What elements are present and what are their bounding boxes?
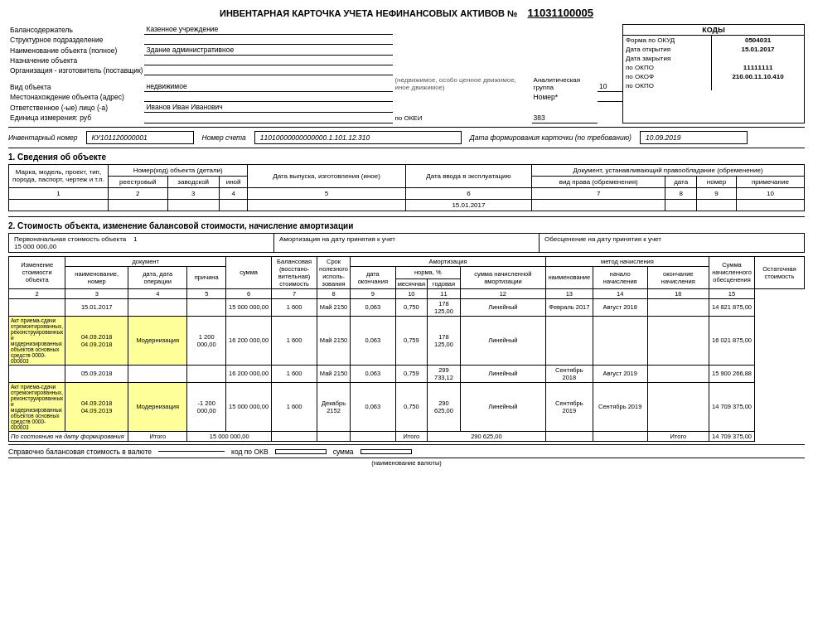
inv-label: Инвентарный номер: [8, 133, 78, 142]
table-cell: Акт приема-сдачи отремонтированных, реко…: [9, 382, 65, 431]
s2-itogo-summa-value: 15 000 000,00: [187, 431, 272, 441]
s1-num-1: 1: [9, 187, 109, 199]
codes-header: КОДЫ: [623, 25, 804, 36]
table-cell: 0,759: [395, 365, 427, 382]
table-cell: Акт приема-сдачи отремонтированных, реко…: [9, 316, 65, 365]
date-value: 10.09.2019: [640, 131, 748, 144]
s1-col2-header: Номер(код) объекта (детали): [109, 164, 248, 176]
table-cell: Август 2019: [593, 365, 647, 382]
s2-itogo-empty2: [317, 431, 351, 441]
initial-obesc-label: Обесценение на дату принятия к учет: [544, 235, 799, 243]
codes-label-okpo2: по ОКПО: [623, 81, 712, 90]
codes-row-okud: Форма по ОКУД 0504031: [623, 36, 804, 45]
struct-value: [144, 35, 393, 45]
s2-n-6: 6: [226, 288, 272, 298]
currency-summa-field: [361, 449, 412, 454]
table-cell: 0,063: [351, 316, 396, 365]
s2-n-15: 15: [709, 288, 755, 298]
s1-col5-header: Дата выпуска, изготовления (иное): [248, 164, 405, 187]
s1-col1-header: Марка, модель, проект, тип, порода, пасп…: [9, 164, 109, 187]
table-cell: [647, 365, 709, 382]
table-cell: Декабрь 2152: [317, 382, 351, 431]
table-cell: Сентябрь 2019: [545, 382, 593, 431]
table-cell: [545, 316, 593, 365]
s2-h-amort-date: дата окончания: [351, 266, 396, 288]
s1-d10: [736, 199, 804, 211]
table-cell: [647, 316, 709, 365]
table-cell: 1 600: [272, 382, 317, 431]
s1-sub-vidprava: вид права (обременения): [532, 176, 665, 187]
s2-itogo-obesc-label: Итого: [647, 431, 709, 441]
table-cell: 0,759: [395, 316, 427, 365]
table-cell: 15.01.2017: [65, 298, 128, 316]
table-cell: 04.09.2018 04.09.2018: [65, 316, 128, 365]
codes-value-okpo2: [712, 81, 804, 90]
inventory-row: Инвентарный номер КУ101120000001 Номер с…: [8, 131, 805, 144]
table-cell: 15 000 000,00: [226, 382, 272, 431]
codes-label-okud: Форма по ОКУД: [623, 36, 712, 45]
name-full-value: Здание административное: [144, 45, 393, 56]
table-cell: 16 200 000,00: [226, 365, 272, 382]
codes-value-close: [712, 54, 804, 63]
codes-row-close: Дата закрытия: [623, 54, 804, 63]
date-label: Дата формирования карточки (по требовани…: [470, 133, 632, 142]
s2-itogo-empty5: [593, 431, 647, 441]
inv-number: 11031100005: [527, 7, 593, 19]
s1-d1: [9, 199, 109, 211]
s2-h-pricina: причина: [187, 266, 226, 288]
s2-h-nach: начало начисления: [593, 266, 647, 288]
table-cell: Август 2018: [593, 298, 647, 316]
unit-label: Единица измерения: руб: [8, 113, 144, 123]
s2-itogo-empty4: [545, 431, 593, 441]
s1-num-5: 5: [248, 187, 405, 199]
currency-label: Справочно балансовая стоимость в валюте: [8, 448, 152, 456]
s2-h-end: окончание начисления: [647, 266, 709, 288]
table-cell: Май 2150: [317, 365, 351, 382]
s2-n-13: 13: [545, 288, 593, 298]
table-cell: 0,063: [351, 365, 396, 382]
table-cell: Май 2150: [317, 298, 351, 316]
table-cell: 05.09.2018: [65, 365, 128, 382]
section2-title: 2. Стоимость объекта, изменение балансов…: [8, 221, 805, 230]
table-cell: 0,750: [395, 298, 427, 316]
codes-value-open: 15.01.2017: [712, 45, 804, 54]
s1-num-4: 4: [219, 187, 248, 199]
analytic-group-label: Аналитическая группа: [532, 75, 598, 92]
unit-value: [144, 113, 393, 123]
table-cell: Модернизация: [128, 316, 187, 365]
s2-itogo-amort-value: 290 625,00: [428, 431, 546, 441]
responsible-label: Ответственное (-ые) лицо (-а): [8, 102, 144, 113]
s1-num-6: 6: [405, 187, 531, 199]
s1-d3: [167, 199, 219, 211]
number-value: [598, 92, 622, 102]
s2-n-14: 14: [593, 288, 647, 298]
s2-h-date: дата, дата операции: [128, 266, 187, 288]
s2-h-summa-nach: сумма начисленной амортизации: [460, 266, 545, 288]
table-cell: [647, 382, 709, 431]
s2-h-srok: Срок полезного исполь-зования: [317, 256, 351, 288]
table-cell: Модернизация: [128, 382, 187, 431]
s1-num-8: 8: [665, 187, 697, 199]
s2-n-16: 16: [647, 288, 709, 298]
s2-n-11: 11: [428, 288, 461, 298]
purpose-value: [144, 56, 393, 65]
table-cell: 0,063: [351, 382, 396, 431]
number-label: Номер*: [532, 92, 598, 102]
name-full-label: Наименование объекта (полное): [8, 45, 144, 56]
table-cell: [9, 298, 65, 316]
codes-row-okpo: по ОКПО 11111111: [623, 63, 804, 72]
okei-value: 383: [532, 113, 598, 123]
table-cell: 15 900 266,88: [709, 365, 755, 382]
location-value: [144, 92, 393, 102]
table-cell: 14 709 375,00: [709, 382, 755, 431]
table-cell: [128, 298, 187, 316]
type-label: Вид объекта: [8, 75, 144, 92]
table-cell: [187, 365, 226, 382]
s2-itogo-empty3: [351, 431, 396, 441]
s2-h-ostatok: Остаточная стоимость: [755, 256, 805, 288]
struct-label: Структурное подразделение: [8, 35, 144, 45]
codes-value-okof: 210.00.11.10.410: [712, 72, 804, 81]
s2-n-2: 2: [9, 288, 65, 298]
table-cell: -1 200 000,00: [187, 382, 226, 431]
s2-itogo-amort-label: Итого: [395, 431, 427, 441]
